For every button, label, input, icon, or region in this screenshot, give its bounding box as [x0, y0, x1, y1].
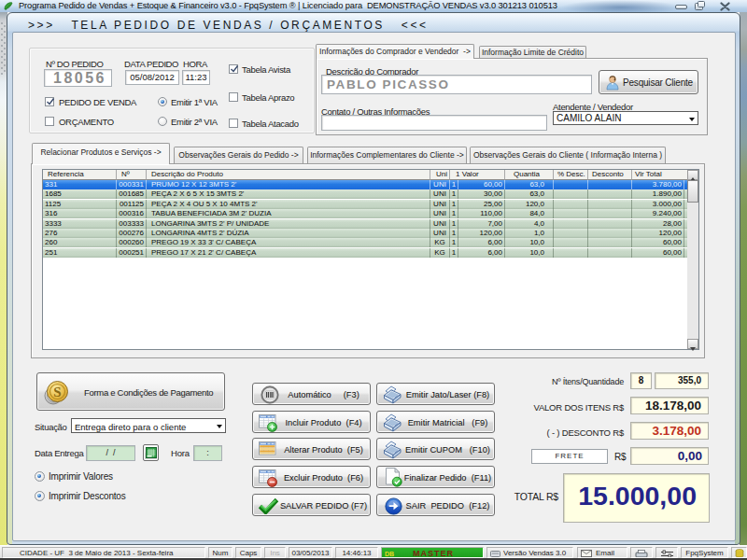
svg-text:S: S: [53, 385, 61, 399]
